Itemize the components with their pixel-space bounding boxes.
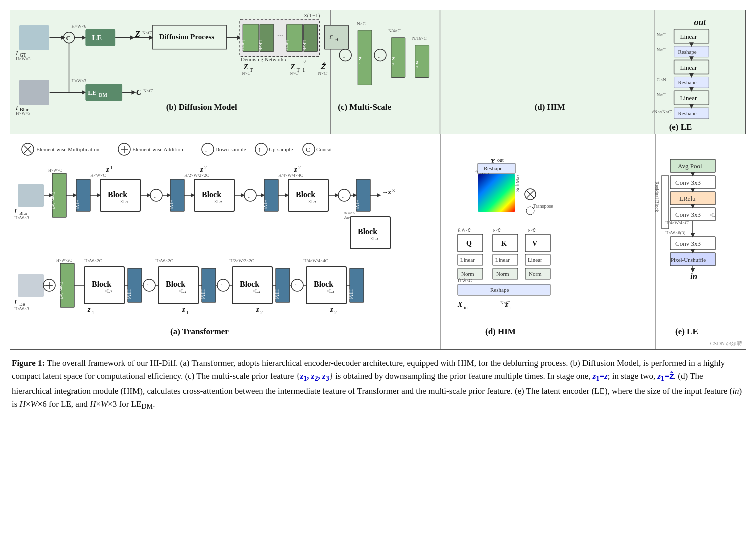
svg-text:C: C: [66, 34, 71, 42]
svg-text:C: C: [306, 146, 310, 154]
svg-text:3: 3: [392, 188, 395, 194]
svg-text:I: I: [14, 208, 17, 215]
svg-text:H×W×3: H×W×3: [16, 111, 31, 116]
svg-text:X: X: [458, 301, 463, 308]
svg-text:I: I: [16, 104, 18, 112]
svg-text:N×C': N×C': [142, 30, 152, 36]
bottom-diagram-svg: Element-wise Multiplication Element-wise…: [10, 134, 746, 350]
svg-text:Linear: Linear: [496, 257, 510, 263]
svg-text:×L₂: ×L₂: [252, 288, 260, 294]
svg-text:HIM: HIM: [200, 290, 206, 300]
svg-text:N×C̃: N×C̃: [493, 228, 501, 233]
svg-text:C: C: [136, 88, 142, 96]
svg-text:Linear: Linear: [286, 40, 290, 52]
svg-text:Reshape: Reshape: [678, 80, 697, 86]
svg-text:×L₂: ×L₂: [214, 199, 222, 204]
svg-text:Block: Block: [314, 280, 334, 288]
svg-text:↓: ↓: [154, 192, 157, 200]
svg-text:Conv 3x3: Conv 3x3: [676, 179, 701, 186]
svg-text:N/4×C': N/4×C': [388, 28, 402, 34]
svg-text:Transpose: Transpose: [533, 204, 554, 209]
svg-text:C'×N: C'×N: [657, 78, 667, 82]
svg-text:z: z: [106, 166, 110, 174]
svg-text:LRelu: LRelu: [258, 40, 264, 52]
svg-text:N×C': N×C': [657, 32, 666, 38]
svg-text:H×W×3: H×W×3: [72, 78, 86, 84]
svg-text:N×C': N×C': [318, 71, 328, 76]
svg-text:Block: Block: [296, 190, 316, 199]
svg-text:∂ac: ∂ac: [344, 216, 350, 220]
svg-text:1: 1: [92, 310, 94, 316]
svg-rect-176: [18, 274, 44, 297]
svg-text:HIM: HIM: [348, 290, 354, 300]
svg-text:↑: ↑: [146, 282, 150, 290]
svg-text:Down-sample: Down-sample: [216, 146, 246, 152]
svg-text:×L₁: ×L₁: [120, 199, 128, 204]
svg-text:z: z: [416, 58, 419, 66]
svg-text:θ: θ: [304, 59, 306, 64]
svg-text:↑: ↑: [220, 282, 224, 290]
caption-figure-label: Figure 1: The overall framework of our H…: [12, 358, 742, 409]
svg-text:out: out: [498, 158, 504, 163]
svg-text:N×C': N×C': [144, 88, 153, 94]
svg-text:I: I: [14, 298, 17, 306]
svg-text:Conv 3x3: Conv 3x3: [676, 211, 701, 218]
svg-text:H×W×2C: H×W×2C: [156, 258, 174, 264]
top-diagram-svg: I GT H×W×3 C LE H×W×6 Z N×C' Diffusion P…: [10, 10, 746, 134]
svg-text:↑: ↑: [294, 282, 298, 290]
svg-text:(e) LE: (e) LE: [676, 327, 698, 336]
svg-text:2: 2: [392, 62, 394, 68]
svg-text:Linear: Linear: [680, 64, 698, 72]
svg-text:Linear: Linear: [528, 257, 542, 263]
svg-text:Linear: Linear: [242, 40, 246, 52]
svg-text:LE: LE: [92, 34, 102, 42]
svg-text:HIM: HIM: [169, 200, 174, 210]
svg-text:↓: ↓: [378, 52, 380, 60]
svg-text:H×W×C: H×W×C: [90, 173, 106, 178]
svg-text:Avg Pool: Avg Pool: [678, 162, 702, 170]
svg-text:Block: Block: [166, 280, 186, 288]
svg-text:Reshape: Reshape: [490, 287, 509, 293]
svg-text:H/2×W/2×2C: H/2×W/2×2C: [230, 258, 254, 264]
svg-text:(d) HIM: (d) HIM: [486, 327, 516, 336]
svg-text:→z: →z: [382, 188, 392, 196]
svg-text:Block: Block: [240, 280, 260, 288]
svg-text:Element-wise Addition: Element-wise Addition: [132, 146, 184, 152]
svg-text:3: 3: [416, 66, 419, 70]
svg-text:HIM: HIM: [126, 290, 132, 300]
svg-text:N×C': N×C': [290, 71, 300, 76]
svg-text:Pixel-Unshuffle: Pixel-Unshuffle: [671, 257, 706, 263]
svg-text:Z: Z: [135, 30, 140, 38]
svg-rect-44: [20, 80, 50, 105]
svg-text:Z: Z: [290, 64, 296, 71]
svg-text:Conv 3x3: Conv 3x3: [676, 240, 701, 248]
svg-text:H/4×W/4×4C: H/4×W/4×4C: [278, 173, 304, 178]
svg-text:z: z: [294, 166, 298, 174]
svg-text:Block: Block: [108, 190, 128, 199]
svg-text:z: z: [256, 306, 260, 314]
svg-text:1: 1: [186, 310, 189, 316]
svg-text:↓: ↓: [342, 52, 346, 60]
svg-text:in: in: [464, 305, 468, 310]
svg-text:ε: ε: [330, 32, 333, 41]
svg-text:HIM: HIM: [75, 200, 80, 210]
svg-text:N×C': N×C': [357, 22, 366, 26]
svg-text:H×W×2C: H×W×2C: [84, 258, 102, 264]
svg-text:H×W×6: H×W×6: [72, 24, 86, 29]
svg-text:Ĥ Ŵ×C̃: Ĥ Ŵ×C̃: [458, 228, 471, 233]
svg-text:Ĥ Ŵ×C̃: Ĥ Ŵ×C̃: [458, 278, 472, 284]
svg-text:×(T−1): ×(T−1): [304, 12, 320, 19]
svg-rect-0: [12, 10, 745, 134]
main-container: I GT H×W×3 C LE H×W×6 Z N×C' Diffusion P…: [10, 10, 746, 412]
svg-rect-124: [18, 184, 44, 207]
svg-text:2: 2: [204, 165, 207, 170]
svg-text:···: ···: [278, 32, 284, 40]
svg-text:i: i: [510, 305, 512, 310]
svg-text:√N×√N×C': √N×√N×C': [652, 110, 672, 114]
diagram-wrapper: I GT H×W×3 C LE H×W×6 Z N×C' Diffusion P…: [10, 10, 746, 350]
svg-text:z: z: [358, 54, 362, 62]
svg-rect-246: [478, 174, 516, 212]
svg-text:2: 2: [334, 310, 337, 316]
svg-text:2: 2: [298, 165, 301, 170]
svg-text:N×C': N×C': [657, 92, 666, 98]
